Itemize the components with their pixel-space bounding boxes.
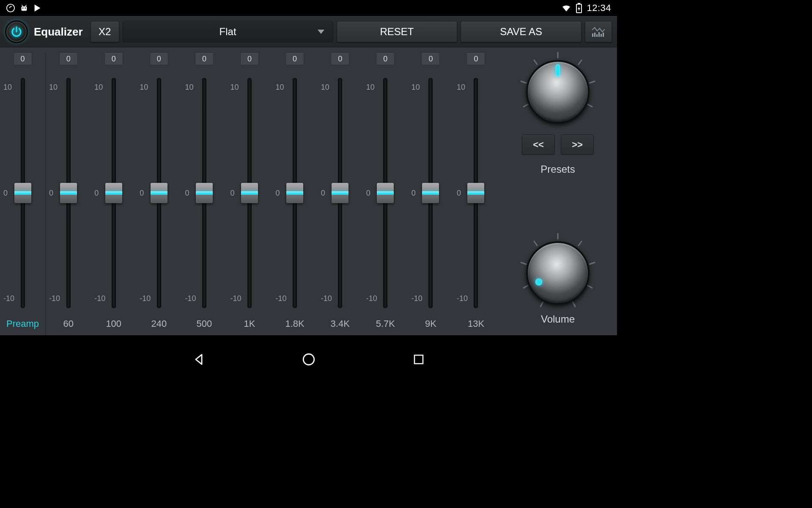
nav-home-button[interactable]: [300, 351, 317, 368]
knob-marker-icon: [556, 64, 560, 76]
band-track[interactable]: 10 0 -10: [91, 72, 136, 314]
band-value-box[interactable]: 0: [240, 52, 259, 65]
svg-line-26: [540, 302, 543, 306]
preamp-track[interactable]: 10 0 -10: [0, 72, 45, 314]
band-track[interactable]: 10 0 -10: [408, 72, 453, 314]
band-freq-label: 13K: [468, 318, 484, 329]
preset-dropdown[interactable]: Flat: [123, 21, 333, 42]
nav-back-button[interactable]: [190, 351, 207, 368]
band-thumb[interactable]: [60, 183, 77, 203]
svg-rect-9: [594, 33, 595, 37]
svg-line-16: [590, 81, 595, 83]
band-thumb[interactable]: [151, 183, 167, 203]
scale-min: -10: [3, 294, 14, 303]
scale-max: 10: [366, 83, 375, 92]
svg-line-22: [579, 241, 582, 246]
nav-recent-button[interactable]: [410, 351, 427, 368]
band-value-box[interactable]: 0: [466, 52, 485, 65]
band-value-box[interactable]: 0: [195, 52, 214, 65]
band-freq-label: 1K: [244, 318, 255, 329]
preset-selected-label: Flat: [219, 26, 236, 38]
android-nav-bar: [0, 335, 617, 384]
android-head-icon: [19, 3, 29, 13]
svg-line-25: [573, 302, 575, 306]
svg-rect-10: [596, 34, 598, 37]
scale-mid: 0: [140, 189, 144, 198]
band-thumb[interactable]: [422, 183, 439, 203]
status-clock: 12:34: [587, 3, 611, 14]
svg-rect-31: [414, 355, 423, 364]
reset-button[interactable]: RESET: [337, 21, 458, 42]
volume-knob[interactable]: [526, 241, 590, 305]
x2-button[interactable]: X2: [91, 21, 119, 42]
scale-max: 10: [3, 83, 12, 92]
scale-mid: 0: [411, 189, 416, 198]
wifi-icon: [561, 3, 571, 13]
band-thumb[interactable]: [467, 183, 484, 203]
band-track[interactable]: 10 0 -10: [46, 72, 91, 314]
band-track[interactable]: 10 0 -10: [227, 72, 272, 314]
app-toolbar: Equalizer X2 Flat RESET SAVE AS: [0, 16, 617, 47]
scale-max: 10: [140, 83, 148, 92]
band-slider-240: 0 10 0 -10 240: [136, 52, 181, 335]
scale-min: -10: [276, 294, 287, 303]
band-value-box[interactable]: 0: [376, 52, 395, 65]
scale-min: -10: [321, 294, 332, 303]
band-thumb[interactable]: [286, 183, 303, 203]
band-thumb[interactable]: [196, 183, 213, 203]
band-track[interactable]: 10 0 -10: [318, 72, 363, 314]
presets-label: Presets: [540, 163, 575, 175]
band-value-box[interactable]: 0: [421, 52, 440, 65]
scale-max: 10: [94, 83, 103, 92]
power-toggle-button[interactable]: [5, 20, 28, 43]
svg-rect-13: [603, 33, 604, 37]
band-track[interactable]: 10 0 -10: [363, 72, 408, 314]
visualizer-button[interactable]: [585, 21, 612, 42]
preset-prev-button[interactable]: <<: [522, 135, 555, 155]
save-as-button[interactable]: SAVE AS: [461, 21, 582, 42]
band-freq-label: 3.4K: [331, 318, 350, 329]
scale-min: -10: [411, 294, 422, 303]
svg-line-27: [534, 241, 537, 246]
band-thumb[interactable]: [377, 183, 394, 203]
android-status-bar: 12:34: [0, 0, 617, 16]
band-value-box[interactable]: 0: [150, 52, 168, 65]
svg-line-17: [587, 104, 592, 107]
band-track[interactable]: 10 0 -10: [453, 72, 499, 314]
scale-max: 10: [49, 83, 58, 92]
presets-knob[interactable]: [526, 60, 590, 124]
scale-min: -10: [49, 294, 60, 303]
band-freq-label: 9K: [425, 318, 436, 329]
scale-mid: 0: [94, 189, 99, 198]
band-value-box[interactable]: 0: [285, 52, 304, 65]
svg-rect-7: [578, 3, 580, 4]
band-thumb[interactable]: [105, 183, 122, 203]
svg-line-29: [524, 285, 528, 288]
sliders-area: 0 10 0 -10 Preamp 0 10 0 -10 60 0: [0, 47, 499, 335]
side-panel: << >> Presets: [499, 47, 617, 335]
band-freq-label: 100: [106, 318, 121, 329]
band-value-box[interactable]: 0: [59, 52, 78, 65]
band-value-box[interactable]: 0: [331, 52, 349, 65]
band-thumb[interactable]: [241, 183, 258, 203]
band-value-box[interactable]: 0: [104, 52, 123, 65]
app-title: Equalizer: [34, 25, 83, 39]
preamp-thumb[interactable]: [14, 183, 31, 203]
svg-line-15: [579, 60, 582, 64]
band-thumb[interactable]: [332, 183, 348, 203]
band-track[interactable]: 10 0 -10: [136, 72, 181, 314]
equalizer-main: 0 10 0 -10 Preamp 0 10 0 -10 60 0: [0, 47, 617, 335]
scale-max: 10: [276, 83, 284, 92]
preset-next-button[interactable]: >>: [561, 135, 594, 155]
scale-mid: 0: [185, 189, 189, 198]
scale-mid: 0: [49, 189, 53, 198]
band-slider-100: 0 10 0 -10 100: [91, 52, 136, 335]
knob-marker-icon: [535, 279, 542, 285]
preamp-label: Preamp: [6, 318, 39, 329]
preamp-value-box[interactable]: 0: [14, 52, 32, 65]
scale-mid: 0: [457, 189, 461, 198]
app-notification-icon: [6, 3, 15, 13]
band-track[interactable]: 10 0 -10: [272, 72, 318, 314]
band-track[interactable]: 10 0 -10: [181, 72, 227, 314]
svg-rect-1: [22, 6, 27, 11]
